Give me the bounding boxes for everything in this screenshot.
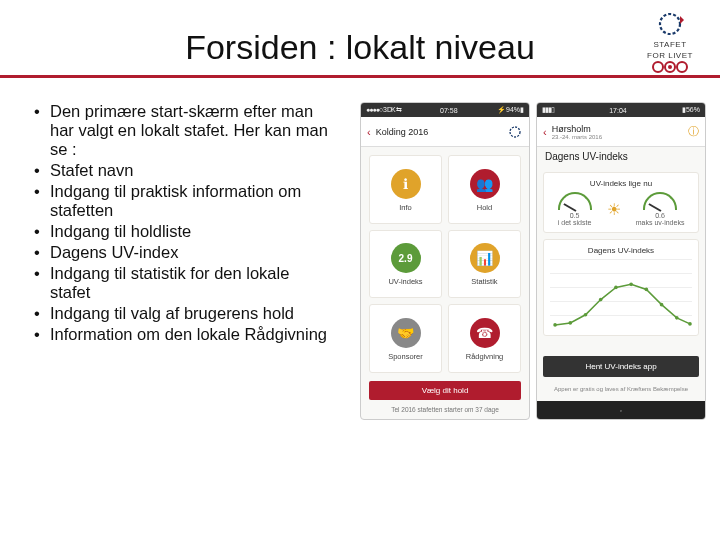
svg-point-4 xyxy=(677,62,687,72)
bullet-item: Indgang til holdliste xyxy=(28,222,328,241)
bullet-item: Stafet navn xyxy=(28,161,328,180)
tile-label: Sponsorer xyxy=(388,352,423,361)
logo-text-2: FOR LIVET xyxy=(630,51,710,60)
appbar-title: Kolding 2016 xyxy=(376,127,502,137)
home-tile[interactable]: 📊Statistik xyxy=(448,230,521,299)
app-bar: ‹ Hørsholm 23.-24. marts 2016 ⓘ xyxy=(537,117,705,147)
bottom-tab-bar: ◦ xyxy=(537,401,705,419)
tile-label: Info xyxy=(399,203,412,212)
slide-title: Forsiden : lokalt niveau xyxy=(185,28,535,67)
info-icon[interactable]: ⓘ xyxy=(688,124,699,139)
countdown-text: Tel 2016 stafetten starter om 37 dage xyxy=(361,404,529,419)
svg-point-7 xyxy=(553,323,557,327)
svg-point-5 xyxy=(668,65,672,69)
back-icon[interactable]: ‹ xyxy=(543,126,547,138)
tile-label: UV-indeks xyxy=(388,277,422,286)
uv-footer: Appen er gratis og laves af Kræftens Bek… xyxy=(543,383,699,395)
tile-icon: 🤝 xyxy=(391,318,421,348)
back-icon[interactable]: ‹ xyxy=(367,126,371,138)
app-bar: ‹ Kolding 2016 xyxy=(361,117,529,147)
download-app-button[interactable]: Hent UV-indeks app xyxy=(543,356,699,377)
svg-point-0 xyxy=(660,14,680,34)
sun-icon: ☀ xyxy=(607,200,621,219)
svg-point-6 xyxy=(510,127,520,137)
svg-point-15 xyxy=(675,316,679,320)
uv-now-card: UV-indeks lige nu 0.5 i det sidste ☀ 0 xyxy=(543,172,699,233)
svg-point-2 xyxy=(653,62,663,72)
svg-point-9 xyxy=(584,313,588,317)
svg-point-8 xyxy=(568,321,572,325)
home-tile[interactable]: ℹInfo xyxy=(369,155,442,224)
svg-point-13 xyxy=(645,288,649,292)
home-tile[interactable]: ☎Rådgivning xyxy=(448,304,521,373)
appbar-subtitle: 23.-24. marts 2016 xyxy=(552,134,683,140)
phone-mock-uv: ▮▮▮▯ 17:04 ▮56% ‹ Hørsholm 23.-24. marts… xyxy=(536,102,706,420)
uv-chart-card: Dagens UV-indeks xyxy=(543,239,699,336)
bullet-item: Indgang til praktisk information om staf… xyxy=(28,182,328,220)
rings-icon xyxy=(648,60,692,74)
gauge-icon xyxy=(558,192,592,210)
svg-point-12 xyxy=(629,283,633,287)
home-tile[interactable]: 👥Hold xyxy=(448,155,521,224)
tile-icon: ℹ xyxy=(391,169,421,199)
home-tile[interactable]: 🤝Sponsorer xyxy=(369,304,442,373)
bullet-item: Indgang til valg af brugerens hold xyxy=(28,304,328,323)
svg-point-11 xyxy=(614,286,618,290)
home-tile[interactable]: 2.9UV-indeks xyxy=(369,230,442,299)
svg-point-10 xyxy=(599,298,603,302)
bullet-item: Information om den lokale Rådgivning xyxy=(28,325,328,344)
svg-point-14 xyxy=(660,303,664,307)
brand-logo: STAFET FOR LIVET xyxy=(630,10,710,74)
bullet-item: Indgang til statistik for den lokale sta… xyxy=(28,264,328,302)
choose-team-button[interactable]: Vælg dit hold xyxy=(369,381,521,400)
phone-mock-home: ●●●●○ 3 DK ⇆ 07:58 ⚡94%▮ ‹ Kolding 2016 … xyxy=(360,102,530,420)
slide-header: Forsiden : lokalt niveau xyxy=(0,0,720,73)
status-bar: ▮▮▮▯ 17:04 ▮56% xyxy=(537,103,705,117)
tile-icon: 2.9 xyxy=(391,243,421,273)
logo-text-1: STAFET xyxy=(630,40,710,49)
tile-icon: 📊 xyxy=(470,243,500,273)
tile-label: Rådgivning xyxy=(466,352,504,361)
page-heading: Dagens UV-indeks xyxy=(537,147,705,166)
svg-point-16 xyxy=(688,322,692,326)
tile-icon: 👥 xyxy=(470,169,500,199)
tile-label: Hold xyxy=(477,203,492,212)
svg-marker-1 xyxy=(680,16,684,24)
bullet-item: Den primære start-skærm efter man har va… xyxy=(28,102,328,159)
gauge-icon xyxy=(643,192,677,210)
status-bar: ●●●●○ 3 DK ⇆ 07:58 ⚡94%▮ xyxy=(361,103,529,117)
appbar-title: Hørsholm xyxy=(552,124,683,134)
bullet-column: Den primære start-skærm efter man har va… xyxy=(28,102,328,420)
appbar-logo-icon xyxy=(507,124,523,140)
bullet-item: Dagens UV-index xyxy=(28,243,328,262)
tile-icon: ☎ xyxy=(470,318,500,348)
tile-label: Statistik xyxy=(471,277,497,286)
